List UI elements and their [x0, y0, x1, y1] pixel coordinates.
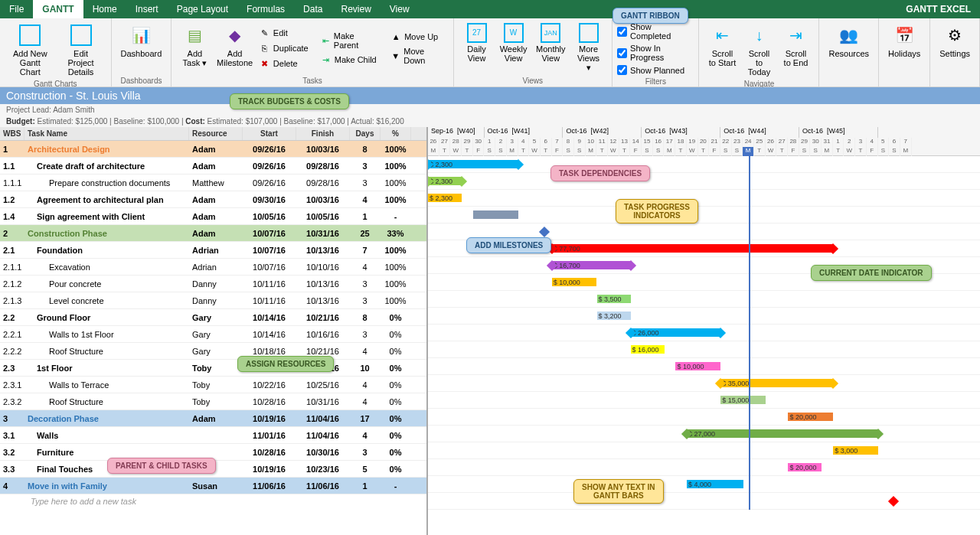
table-row[interactable]: 2.2 Ground Floor Gary 10/14/16 10/21/16 …	[0, 309, 426, 326]
gantt-bar[interactable]	[473, 210, 518, 219]
add-milestone-button[interactable]: ◆Add Milestone	[213, 21, 256, 75]
gantt-bar[interactable]: $ 15,000	[720, 396, 766, 404]
col-wbs[interactable]: WBS	[0, 127, 24, 140]
add-new-gantt-button[interactable]: Add New Gantt Chart	[5, 21, 56, 78]
show-completed-checkbox[interactable]: Show Completed	[617, 21, 694, 41]
show-planned-checkbox[interactable]: Show Planned	[617, 64, 694, 76]
delete-task-button[interactable]: ✖Delete	[256, 57, 312, 70]
table-row[interactable]: 1.1 Create draft of architecture Adam 09…	[0, 158, 426, 175]
list-icon: ▤	[182, 23, 207, 47]
gantt-row: $ 16,000	[428, 341, 980, 358]
group-label-dashboards: Dashboards	[116, 75, 167, 86]
gantt-bar[interactable]: $ 16,000	[631, 345, 665, 354]
col-resource[interactable]: Resource	[189, 127, 243, 140]
scroll-to-today-button[interactable]: ↓Scroll to Today	[740, 21, 777, 78]
more-views-button[interactable]: More Views ▾	[570, 21, 607, 75]
x-icon: ✖	[260, 58, 270, 69]
table-row[interactable]: 1.1.1 Prepare construction documents Mat…	[0, 175, 426, 191]
chart-icon: 📊	[129, 23, 153, 47]
menu-data[interactable]: Data	[294, 0, 332, 18]
table-row[interactable]: 2.2.2 Roof Structure Gary 10/18/16 10/21…	[0, 343, 426, 360]
gantt-bar[interactable]: $ 2,300	[428, 160, 518, 168]
move-up-button[interactable]: ▲Move Up	[387, 30, 448, 44]
milestone-marker[interactable]	[888, 496, 899, 507]
daily-view-button[interactable]: 27Daily View	[459, 21, 495, 75]
col-days[interactable]: Days	[350, 127, 381, 140]
gantt-bar[interactable]: $ 2,300	[428, 194, 462, 202]
menu-view[interactable]: View	[381, 0, 419, 18]
holidays-button[interactable]: 📅Holidays	[884, 21, 925, 83]
col-task[interactable]: Task Name	[24, 127, 189, 140]
gantt-row	[428, 493, 980, 510]
gantt-bar[interactable]: $ 20,000	[788, 463, 822, 471]
weekly-view-button[interactable]: WWeekly View	[495, 21, 532, 75]
callout-current-date: CURRENT DATE INDICATOR	[811, 265, 932, 281]
move-down-button[interactable]: ▼Move Down	[387, 45, 448, 67]
gantt-bar[interactable]: $ 77,700	[552, 244, 834, 253]
calendar-holiday-icon: 📅	[892, 23, 916, 47]
gantt-bar[interactable]: $ 3,200	[597, 312, 631, 320]
outdent-icon: ⇤	[321, 35, 331, 46]
callout-dependencies: TASK DEPENDENCIES	[550, 165, 650, 181]
table-row[interactable]: 2.1.3 Level concrete Danny 10/11/16 10/1…	[0, 292, 426, 309]
table-row[interactable]: 2.1 Foundation Adrian 10/07/16 10/13/16 …	[0, 242, 426, 259]
table-row[interactable]: 1.4 Sign agreement with Client Adam 10/0…	[0, 208, 426, 225]
table-row[interactable]: 2 Construction Phase Adam 10/07/16 10/31…	[0, 225, 426, 242]
edit-task-button[interactable]: ✎Edit	[256, 26, 312, 40]
duplicate-task-button[interactable]: ⎘Duplicate	[256, 41, 312, 55]
make-child-button[interactable]: ⇥Make Child	[318, 53, 381, 67]
gantt-bar[interactable]: $ 3,000	[833, 446, 878, 455]
dashboard-button[interactable]: 📊Dashboard	[116, 21, 167, 75]
calendar-week-icon: W	[504, 23, 524, 43]
menu-gantt[interactable]: GANTT	[33, 0, 83, 18]
gantt-bar[interactable]: $ 10,000	[675, 362, 720, 370]
table-row[interactable]: 3 Decoration Phase Adam 10/19/16 11/04/1…	[0, 410, 426, 427]
gantt-bar[interactable]: $ 10,000	[552, 278, 597, 286]
new-task-placeholder[interactable]: Type here to add a new task	[0, 494, 426, 508]
col-pct[interactable]: %	[381, 127, 411, 140]
gantt-bar[interactable]: $ 16,700	[552, 261, 631, 269]
menu-formulas[interactable]: Formulas	[237, 0, 294, 18]
col-finish[interactable]: Finish	[296, 127, 350, 140]
group-label-filters: Filters	[617, 76, 694, 87]
gantt-bar[interactable]: $ 35,000	[720, 379, 833, 387]
table-row[interactable]: 3.1 Walls 11/01/16 11/04/16 4 0%	[0, 427, 426, 444]
milestone-marker[interactable]	[539, 227, 550, 237]
gantt-row: $ 27,000	[428, 426, 980, 442]
make-parent-button[interactable]: ⇤Make Parent	[318, 30, 381, 51]
table-row[interactable]: 2.2.1 Walls to 1st Floor Gary 10/14/16 1…	[0, 326, 426, 343]
monthly-view-button[interactable]: JANMonthly View	[532, 21, 570, 75]
gantt-bar[interactable]: $ 26,000	[631, 328, 721, 337]
gantt-bar[interactable]: $ 20,000	[788, 413, 833, 421]
menu-home[interactable]: Home	[83, 0, 126, 18]
gantt-bar[interactable]: $ 3,500	[597, 295, 631, 303]
table-row[interactable]: 2.3 1st Floor Toby 10/22/16 10/31/16 10 …	[0, 360, 426, 377]
table-row[interactable]: 2.3.2 Roof Structure Toby 10/28/16 10/31…	[0, 393, 426, 410]
add-task-button[interactable]: ▤Add Task ▾	[176, 21, 213, 75]
show-in-progress-checkbox[interactable]: Show In Progress	[617, 43, 694, 63]
table-row[interactable]: 2.3.1 Walls to Terrace Toby 10/22/16 10/…	[0, 377, 426, 393]
copy-icon: ⎘	[260, 43, 270, 54]
table-row[interactable]: 4 Move in with Family Susan 11/06/16 11/…	[0, 478, 426, 494]
menu-page-layout[interactable]: Page Layout	[168, 0, 237, 18]
scroll-to-end-button[interactable]: ⇥Scroll to End	[777, 21, 814, 78]
gantt-bar[interactable]: $ 27,000	[687, 429, 878, 438]
people-icon: 👥	[837, 23, 861, 47]
gantt-row	[428, 207, 980, 223]
table-row[interactable]: 1.2 Agreement to architectural plan Adam…	[0, 191, 426, 208]
table-row[interactable]: 1 Architectural Design Adam 09/26/16 10/…	[0, 141, 426, 158]
table-row[interactable]: 2.1.2 Pour concrete Danny 10/11/16 10/13…	[0, 276, 426, 292]
today-line	[749, 156, 750, 510]
menu-file[interactable]: File	[0, 0, 33, 18]
group-label-tasks: Tasks	[176, 75, 448, 86]
gantt-row: $ 3,000	[428, 442, 980, 459]
scroll-to-start-button[interactable]: ⇤Scroll to Start	[704, 21, 740, 78]
menu-review[interactable]: Review	[332, 0, 380, 18]
settings-button[interactable]: ⚙Settings	[935, 21, 975, 83]
menu-insert[interactable]: Insert	[126, 0, 168, 18]
resources-button[interactable]: 👥Resources	[824, 21, 874, 83]
table-row[interactable]: 2.1.1 Excavation Adrian 10/07/16 10/10/1…	[0, 259, 426, 276]
gantt-bar[interactable]: $ 4,000	[687, 480, 743, 488]
edit-project-details-button[interactable]: Edit Project Details	[56, 21, 106, 78]
col-start[interactable]: Start	[243, 127, 296, 140]
